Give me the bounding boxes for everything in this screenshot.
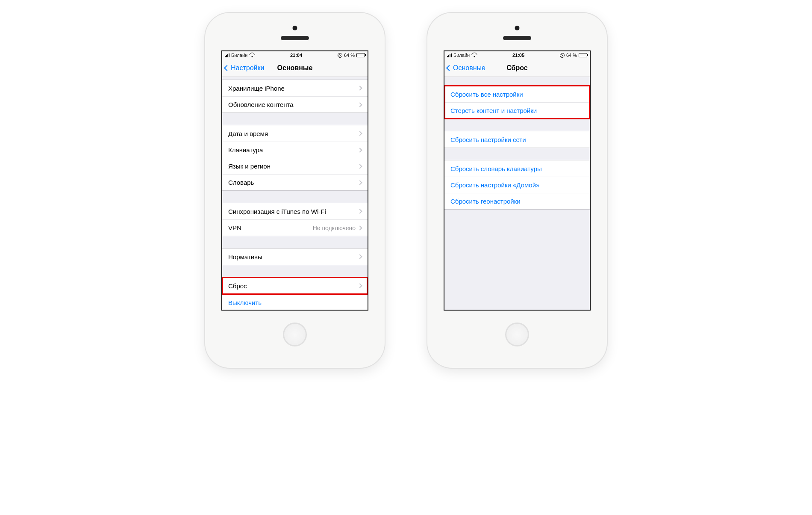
screen-reset: Билайн 21:05 ⟳ 64 % Основные Сброс (444, 50, 591, 311)
chevron-right-icon (357, 180, 362, 185)
row-reset-location[interactable]: Сбросить геонастройки (444, 193, 590, 209)
battery-percent: 64 % (344, 53, 355, 58)
speaker-icon (503, 36, 531, 40)
row-background-refresh[interactable]: Обновление контента (222, 96, 368, 112)
camera-icon (515, 26, 520, 30)
nav-bar: Настройки Основные (222, 59, 368, 77)
chevron-right-icon (357, 164, 362, 169)
signal-icon (225, 53, 229, 57)
chevron-right-icon (357, 148, 362, 152)
back-button[interactable]: Основные (444, 64, 485, 72)
camera-icon (293, 26, 297, 30)
chevron-right-icon (357, 86, 362, 90)
row-label: Сбросить геонастройки (450, 198, 584, 205)
row-label: Обновление контента (228, 101, 358, 108)
status-time: 21:05 (512, 53, 524, 58)
settings-group-sync: Синхронизация с iTunes по Wi-Fi VPN Не п… (222, 203, 368, 236)
chevron-right-icon (357, 283, 362, 288)
row-detail: Не подключено (313, 225, 356, 231)
content-general: Хранилище iPhone Обновление контента Дат… (222, 77, 368, 310)
chevron-left-icon (224, 65, 230, 71)
battery-percent: 64 % (566, 53, 577, 58)
chevron-right-icon (357, 209, 362, 213)
row-label: VPN (228, 224, 313, 231)
battery-icon (579, 53, 587, 57)
chevron-right-icon (357, 102, 362, 107)
signal-icon (447, 53, 452, 57)
row-keyboard[interactable]: Клавиатура (222, 142, 368, 158)
home-button[interactable] (283, 323, 307, 346)
screen-general: Билайн 21:04 ⟳ 64 % Настройки Основные (221, 50, 368, 311)
row-reset-network[interactable]: Сбросить настройки сети (444, 131, 590, 148)
row-reset[interactable]: Сброс (222, 278, 368, 294)
row-dictionary[interactable]: Словарь (222, 174, 368, 190)
content-reset: Сбросить все настройки Стереть контент и… (444, 77, 590, 310)
row-label: Синхронизация с iTunes по Wi-Fi (228, 208, 358, 215)
row-vpn[interactable]: VPN Не подключено (222, 219, 368, 236)
row-language-region[interactable]: Язык и регион (222, 158, 368, 174)
reset-group-main: Сбросить все настройки Стереть контент и… (444, 86, 590, 119)
row-label: Дата и время (228, 130, 358, 137)
status-left: Билайн (225, 53, 255, 58)
row-label: Нормативы (228, 253, 358, 260)
status-bar: Билайн 21:05 ⟳ 64 % (444, 51, 590, 59)
row-reset-home[interactable]: Сбросить настройки «Домой» (444, 177, 590, 193)
phone-left: Билайн 21:04 ⟳ 64 % Настройки Основные (205, 13, 385, 368)
carrier-label: Билайн (453, 53, 470, 58)
row-itunes-wifi[interactable]: Синхронизация с iTunes по Wi-Fi (222, 203, 368, 219)
status-bar: Билайн 21:04 ⟳ 64 % (222, 51, 368, 59)
phone-top (427, 13, 607, 50)
chevron-left-icon (446, 65, 452, 71)
row-reset-all-settings[interactable]: Сбросить все настройки (444, 86, 590, 102)
chevron-right-icon (357, 254, 362, 259)
row-label: Сброс (228, 282, 358, 290)
settings-group-shutdown: Выключить (222, 294, 368, 310)
row-label: Стереть контент и настройки (450, 107, 584, 114)
row-label: Хранилище iPhone (228, 85, 358, 92)
row-label: Сбросить настройки сети (450, 136, 584, 143)
chevron-right-icon (357, 225, 362, 230)
settings-group-storage: Хранилище iPhone Обновление контента (222, 80, 368, 113)
settings-group-locale: Дата и время Клавиатура Язык и регион Сл… (222, 125, 368, 191)
row-label: Выключить (228, 299, 362, 306)
back-label: Настройки (231, 64, 264, 72)
row-label: Язык и регион (228, 163, 358, 170)
phone-right: Билайн 21:05 ⟳ 64 % Основные Сброс (427, 13, 607, 368)
row-label: Клавиатура (228, 146, 358, 154)
back-label: Основные (453, 64, 485, 72)
phone-top (205, 13, 385, 50)
speaker-icon (281, 36, 309, 40)
chevron-right-icon (357, 131, 362, 136)
wifi-icon (471, 53, 477, 57)
rotation-lock-icon: ⟳ (338, 53, 342, 58)
settings-group-reset: Сброс (222, 277, 368, 294)
wifi-icon (249, 53, 255, 57)
home-button[interactable] (505, 323, 529, 346)
row-label: Словарь (228, 179, 358, 186)
status-right: ⟳ 64 % (560, 53, 587, 58)
rotation-lock-icon: ⟳ (560, 53, 565, 58)
status-left: Билайн (447, 53, 477, 58)
nav-bar: Основные Сброс (444, 59, 590, 77)
carrier-label: Билайн (231, 53, 247, 58)
status-right: ⟳ 64 % (338, 53, 365, 58)
battery-icon (356, 53, 365, 57)
status-time: 21:04 (290, 53, 302, 58)
row-storage[interactable]: Хранилище iPhone (222, 80, 368, 96)
row-reset-keyboard-dict[interactable]: Сбросить словарь клавиатуры (444, 160, 590, 177)
back-button[interactable]: Настройки (222, 64, 264, 72)
row-regulatory[interactable]: Нормативы (222, 249, 368, 265)
row-shutdown[interactable]: Выключить (222, 294, 368, 310)
row-date-time[interactable]: Дата и время (222, 125, 368, 142)
row-erase-content-settings[interactable]: Стереть контент и настройки (444, 102, 590, 118)
row-label: Сбросить все настройки (450, 91, 584, 98)
settings-group-regulatory: Нормативы (222, 248, 368, 265)
row-label: Сбросить настройки «Домой» (450, 181, 584, 189)
row-label: Сбросить словарь клавиатуры (450, 165, 584, 172)
reset-group-network: Сбросить настройки сети (444, 131, 590, 148)
reset-group-other: Сбросить словарь клавиатуры Сбросить нас… (444, 160, 590, 210)
